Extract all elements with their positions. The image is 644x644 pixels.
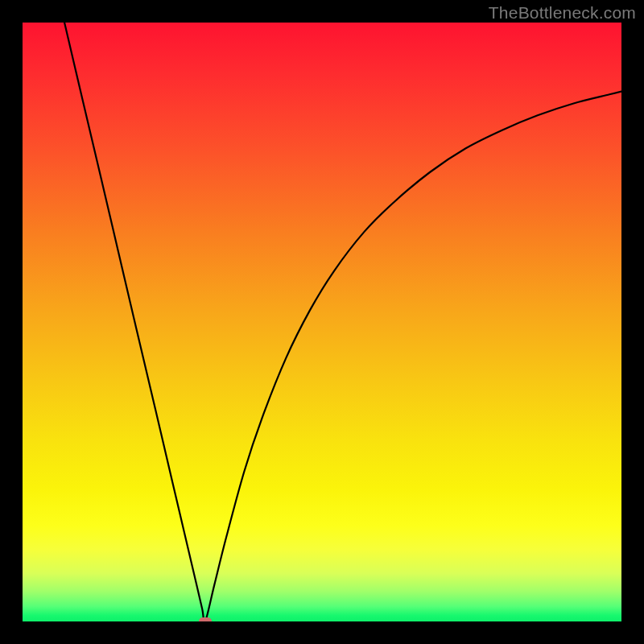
watermark-text: TheBottleneck.com: [489, 3, 636, 23]
plot-area: [23, 23, 621, 621]
bottleneck-curve: [64, 23, 621, 621]
optimal-point-marker: [199, 617, 212, 621]
chart-container: TheBottleneck.com: [0, 0, 644, 644]
curve-layer: [23, 23, 621, 621]
